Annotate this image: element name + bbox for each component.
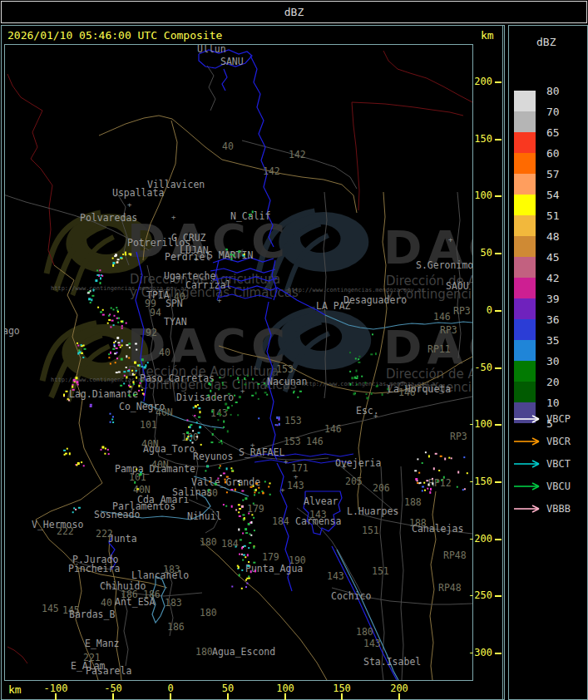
radar-echo-cell [242,514,245,515]
radar-echo-cell [239,515,241,517]
radar-echo-cell [87,292,90,293]
colorbar-label: 36 [546,313,560,326]
radar-echo-cell [77,343,78,344]
map-route-label: 153 [284,415,302,426]
radar-echo-cell [254,494,255,495]
map-place-label: Polvaredas [80,212,137,224]
radar-echo-cell [366,393,368,395]
radar-echo-cluster [110,413,115,423]
map-route-label: 183 [163,564,180,575]
radar-echo-cell [91,295,94,297]
map-place-label: Pasarela [86,665,131,677]
right-axis-tick-label: -150 [464,476,492,487]
bottom-axis-tick-label: -100 [39,683,72,694]
map-route-label: 40 [101,597,112,609]
radar-echo-cell [128,395,131,397]
radar-echo-cell [263,492,264,494]
radar-echo-cell [294,391,295,392]
map-route-label: 180 [200,536,217,548]
radar-echo-cell [230,375,232,377]
radar-echo-cell [358,362,360,363]
bottom-axis-tick-label: 150 [325,683,358,694]
radar-echo-cell [220,414,221,416]
map-route-label: 188 [404,496,422,508]
radar-echo-cell [190,435,192,436]
radar-echo-cell [136,349,137,351]
map-boundary-line [383,51,472,102]
radar-echo-cell [225,505,227,507]
radar-echo-cell [235,489,236,491]
radar-echo-cell [121,340,123,343]
radar-echo-cell [116,352,118,353]
radar-echo-cell [239,574,240,576]
map-place-label: S_RAFAEL [239,446,284,458]
radar-echo-cell [198,407,200,409]
radar-echo-cell [245,556,246,558]
radar-echo-cell [253,517,254,519]
radar-echo-cell [356,370,358,372]
legend-arrow-icon [513,481,543,491]
map-route-label: 94 [150,307,161,318]
colorbar-label: 54 [546,189,560,201]
map-place-label: ago [5,325,20,337]
map-place-label: Paso_Carretas [140,372,215,384]
radar-echo-cell [81,344,82,346]
radar-echo-cell [242,500,244,501]
radar-echo-cluster [97,307,119,317]
radar-echo-cell [426,480,428,481]
radar-echo-cell [112,262,115,264]
map-route-label: 80 [206,487,218,499]
radar-echo-cell [297,397,299,398]
radar-echo-cell [241,569,243,571]
radar-echo-cell [83,345,85,347]
right-axis-tick-label: -100 [464,418,492,430]
radar-echo-cell [244,383,246,385]
map-place-label: Cochico [331,590,372,602]
panel-divider [502,25,503,700]
radar-echo-cell [253,503,254,505]
map-place-label: Canalejas [412,523,463,535]
bottom-axis-tick-label: -50 [96,683,130,694]
radar-echo-cell [141,471,142,473]
radar-echo-cell [208,394,210,397]
radar-echo-cell [244,254,245,255]
radar-echo-cell [72,511,74,513]
colorbar-label: 60 [546,147,560,160]
radar-echo-cell [451,457,452,459]
legend-arrow-icon [513,414,543,424]
radar-echo-cell [467,472,468,474]
radar-echo-cell [112,421,114,423]
right-axis-tick [495,367,502,369]
radar-echo-cell [244,377,245,380]
radar-echo-cell [121,345,123,347]
right-axis-tick-label: -50 [464,362,492,373]
map-boundary-line [242,140,357,189]
map-route-label: 171 [291,462,309,474]
radar-echo-cell [234,395,235,397]
radar-echo-cell [266,394,268,396]
radar-echo-cell [110,352,111,354]
radar-echo-cell [222,382,224,383]
radar-echo-cell [428,455,430,457]
radar-echo-cell [116,261,118,263]
radar-echo-cell [118,344,121,346]
radar-echo-cell [100,277,101,279]
radar-echo-cell [351,377,353,379]
bottom-axis-tick [341,693,343,700]
radar-echo-cell [211,410,213,412]
radar-echo-cell [75,509,77,510]
radar-echo-cell [422,462,423,464]
map-place-label: L.Huarpes [347,505,398,517]
radar-echo-cell [275,424,277,426]
radar-echo-cell [114,346,116,348]
radar-echo-cell [218,388,220,390]
map-route-label: 40N [141,438,159,450]
radar-echo-cell [129,347,131,348]
radar-echo-cell [228,393,230,395]
radar-echo-cell [422,490,423,491]
colorbar-band-70 [514,111,536,132]
radar-echo-cell [237,565,239,567]
radar-echo-cell [376,386,378,387]
radar-echo-cell [225,479,226,481]
radar-echo-cell [190,440,191,441]
